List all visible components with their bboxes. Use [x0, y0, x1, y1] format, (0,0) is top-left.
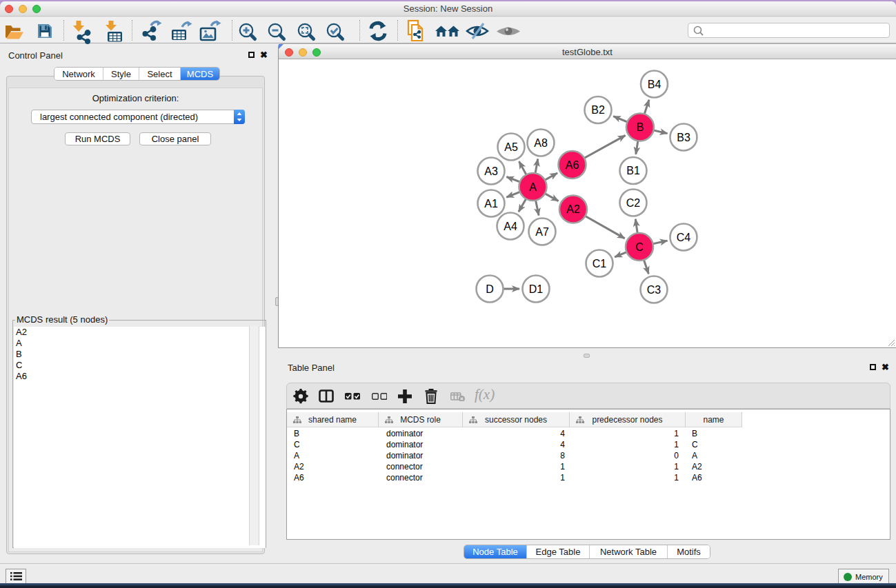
svg-text:B1: B1: [626, 165, 640, 176]
svg-text:A5: A5: [504, 141, 518, 153]
svg-text:C1: C1: [593, 258, 607, 270]
svg-text:A1: A1: [484, 198, 498, 210]
svg-text:C3: C3: [647, 284, 661, 296]
svg-text:D: D: [486, 283, 494, 295]
svg-text:A7: A7: [535, 226, 549, 238]
svg-text:C4: C4: [677, 232, 691, 243]
svg-text:A6: A6: [566, 159, 579, 171]
svg-text:B4: B4: [648, 79, 661, 90]
svg-text:C: C: [635, 241, 644, 253]
svg-text:B3: B3: [677, 132, 690, 143]
svg-text:B2: B2: [591, 104, 605, 116]
svg-text:A3: A3: [484, 165, 498, 177]
svg-text:A2: A2: [566, 203, 580, 215]
svg-text:C2: C2: [626, 197, 641, 209]
svg-text:D1: D1: [529, 283, 544, 295]
svg-text:A4: A4: [504, 221, 517, 232]
svg-text:A8: A8: [534, 137, 548, 149]
svg-text:A: A: [529, 181, 537, 193]
svg-text:B: B: [637, 121, 644, 133]
